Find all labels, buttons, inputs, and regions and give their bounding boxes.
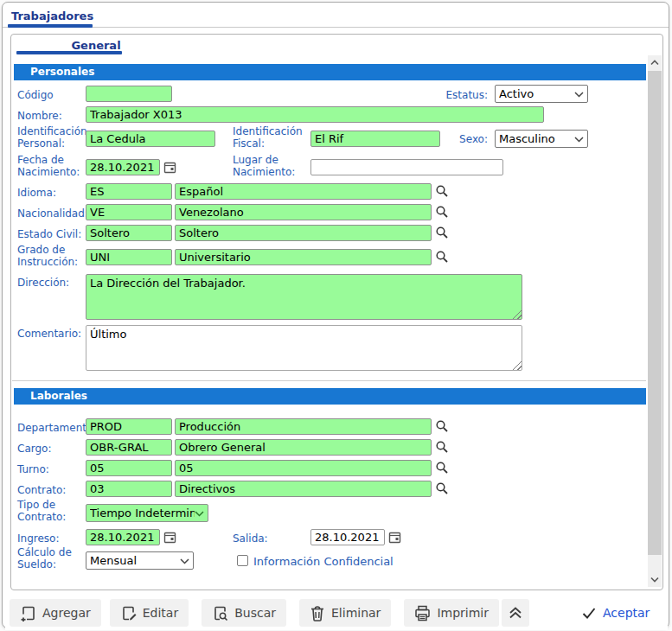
imprimir-button[interactable]: Imprimir — [404, 599, 499, 627]
comentario-textarea[interactable]: Último — [86, 325, 522, 371]
check-icon — [581, 606, 597, 620]
imprimir-label: Imprimir — [437, 606, 489, 620]
search-icon[interactable] — [435, 461, 449, 475]
estatus-select[interactable]: Activo — [495, 85, 588, 103]
lugar-nacimiento-label: Lugar de Nacimiento: — [233, 154, 306, 178]
estado-civil-label: Estado Civil: — [17, 228, 88, 240]
info-confidencial-label: Información Confidencial — [253, 555, 394, 568]
search-icon[interactable] — [435, 250, 449, 264]
search-icon[interactable] — [435, 184, 449, 198]
scroll-down-icon[interactable] — [648, 572, 662, 587]
id-fiscal-input[interactable] — [310, 131, 440, 147]
aceptar-label: Aceptar — [603, 606, 650, 620]
bottom-toolbar: Agregar Editar Buscar Eliminar — [5, 596, 668, 630]
turno-code-input[interactable] — [86, 460, 172, 476]
nombre-label: Nombre: — [17, 110, 86, 122]
buscar-label: Buscar — [234, 606, 276, 620]
tab-trabajadores-underline — [8, 24, 93, 28]
departamento-label: Departamento: — [17, 422, 86, 434]
calendar-icon[interactable] — [163, 531, 176, 544]
direccion-textarea[interactable]: La Dirección del Trabajador. — [86, 274, 522, 320]
grado-instruccion-desc-input[interactable] — [175, 249, 432, 265]
sexo-select[interactable]: Masculino — [495, 130, 588, 148]
contrato-desc-input[interactable] — [175, 481, 432, 497]
sexo-value: Masculino — [499, 132, 574, 145]
grado-instruccion-code-input[interactable] — [86, 249, 172, 265]
grado-instruccion-label: Grado de Instrucción: — [17, 244, 86, 268]
id-personal-input[interactable] — [86, 131, 215, 147]
buscar-button[interactable]: Buscar — [202, 599, 286, 627]
turno-desc-input[interactable] — [175, 460, 432, 476]
edit-document-icon — [120, 605, 137, 621]
search-icon[interactable] — [435, 440, 449, 454]
idioma-desc-input[interactable] — [175, 183, 432, 200]
editar-label: Editar — [143, 606, 178, 620]
nacionalidad-code-input[interactable] — [86, 204, 172, 220]
estado-civil-code-input[interactable] — [86, 225, 172, 241]
scrollbar-thumb[interactable] — [648, 71, 662, 555]
codigo-input[interactable] — [86, 86, 172, 102]
sexo-label: Sexo: — [426, 133, 488, 145]
estado-civil-desc-input[interactable] — [175, 225, 432, 241]
tab-general[interactable]: General — [48, 39, 144, 52]
cargo-label: Cargo: — [17, 443, 86, 455]
agregar-button[interactable]: Agregar — [10, 599, 101, 627]
agregar-label: Agregar — [42, 606, 91, 620]
ingreso-input[interactable] — [86, 529, 160, 545]
nacionalidad-desc-input[interactable] — [175, 204, 432, 220]
chevron-down-icon — [574, 91, 584, 98]
idioma-label: Idioma: — [17, 187, 86, 199]
section-divider — [12, 380, 646, 381]
salida-input[interactable] — [310, 529, 385, 545]
search-icon[interactable] — [435, 205, 449, 219]
departamento-code-input[interactable] — [86, 418, 172, 435]
collapse-toolbar-button[interactable] — [502, 599, 529, 627]
idioma-code-input[interactable] — [86, 183, 172, 200]
search-icon[interactable] — [435, 419, 449, 433]
aceptar-button[interactable]: Aceptar — [571, 599, 660, 627]
section-header-laborales: Laborales — [14, 388, 646, 405]
departamento-desc-input[interactable] — [175, 418, 432, 435]
turno-label: Turno: — [17, 463, 86, 475]
info-confidencial-checkbox[interactable] — [237, 555, 248, 566]
chevron-double-up-icon — [508, 606, 523, 620]
lugar-nacimiento-input[interactable] — [310, 159, 503, 175]
tab-trabajadores[interactable]: Trabajadores — [11, 10, 93, 22]
form-scroll-area: Personales Código Estatus: Activo Nombre… — [12, 55, 648, 587]
estatus-label: Estatus: — [426, 89, 488, 101]
printer-icon — [414, 605, 431, 621]
search-icon[interactable] — [435, 226, 449, 239]
calendar-icon[interactable] — [388, 531, 401, 544]
nacionalidad-label: Nacionalidad: — [17, 207, 88, 220]
cargo-code-input[interactable] — [86, 439, 172, 456]
chevron-down-icon — [195, 510, 204, 517]
fecha-nacimiento-label: Fecha de Nacimiento: — [17, 154, 86, 178]
scroll-up-icon[interactable] — [648, 55, 662, 70]
calculo-sueldo-label: Cálculo de Sueldo: — [17, 546, 86, 570]
eliminar-label: Eliminar — [331, 606, 381, 620]
direccion-label: Dirección: — [17, 277, 86, 289]
vertical-scrollbar[interactable] — [648, 55, 662, 587]
comentario-label: Comentario: — [17, 328, 88, 340]
trabajadores-window: Trabajadores General Personales Código E… — [2, 2, 669, 628]
estatus-value: Activo — [499, 87, 574, 100]
fecha-nacimiento-input[interactable] — [86, 159, 160, 175]
search-document-icon — [212, 605, 228, 621]
tipo-contrato-select[interactable]: Tiempo Indeterminado — [86, 504, 208, 522]
tab-panel: General Personales Código Estatus: Activ… — [10, 34, 663, 590]
cargo-desc-input[interactable] — [175, 439, 432, 456]
search-icon[interactable] — [435, 481, 449, 495]
id-personal-label: Identificación Personal: — [17, 125, 88, 150]
editar-button[interactable]: Editar — [110, 599, 189, 627]
id-fiscal-label: Identificación Fiscal: — [233, 125, 306, 150]
nombre-input[interactable] — [86, 106, 544, 123]
eliminar-button[interactable]: Eliminar — [299, 599, 391, 627]
chevron-down-icon — [574, 136, 584, 143]
trash-icon — [310, 605, 325, 621]
contrato-code-input[interactable] — [86, 481, 172, 497]
screen: Trabajadores General Personales Código E… — [0, 0, 672, 631]
chevron-down-icon — [180, 558, 189, 564]
calculo-sueldo-value: Mensual — [90, 554, 180, 567]
calculo-sueldo-select[interactable]: Mensual — [86, 551, 194, 570]
calendar-icon[interactable] — [163, 161, 176, 174]
